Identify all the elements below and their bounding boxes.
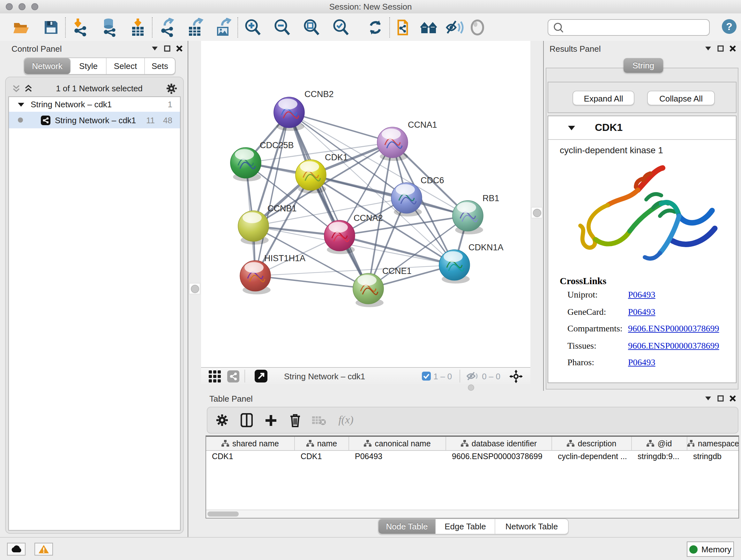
- maximize-panel-icon[interactable]: [718, 45, 724, 52]
- tab-network-table[interactable]: Network Table: [495, 519, 568, 534]
- splitter-grip[interactable]: [191, 285, 199, 293]
- zoom-in-icon[interactable]: [243, 17, 263, 37]
- table-row[interactable]: CDK1CDK1P064939606.ENSP00000378699cyclin…: [206, 451, 738, 463]
- expand-all-icon[interactable]: [24, 84, 32, 92]
- network-row[interactable]: String Network – cdk1 11 48: [9, 112, 180, 128]
- crosslink-link[interactable]: P06493: [628, 287, 656, 304]
- table-cell[interactable]: CDK1: [295, 451, 349, 463]
- hide-selection-icon[interactable]: [444, 17, 465, 37]
- zoom-fit-icon[interactable]: [301, 17, 322, 37]
- node-card-header[interactable]: CDK1: [548, 116, 736, 140]
- table-cell[interactable]: 9606.ENSP00000378699: [446, 451, 552, 463]
- delete-column-icon[interactable]: [285, 411, 305, 430]
- network-node-cdc6[interactable]: CDC6: [391, 176, 444, 216]
- scrollbar-thumb[interactable]: [207, 511, 239, 516]
- network-node-ccna1[interactable]: CCNA1: [377, 120, 437, 161]
- add-column-icon[interactable]: [261, 411, 280, 430]
- warning-status-button[interactable]: [35, 543, 53, 556]
- splitter-grip[interactable]: [533, 208, 541, 217]
- tab-style[interactable]: Style: [71, 58, 107, 74]
- close-panel-icon[interactable]: [730, 395, 736, 401]
- tab-select[interactable]: Select: [107, 58, 145, 74]
- column-header-namespace[interactable]: namespace: [687, 437, 739, 450]
- table-cell[interactable]: P06493: [349, 451, 446, 463]
- float-panel-icon[interactable]: [704, 46, 712, 51]
- gear-icon[interactable]: [166, 83, 177, 94]
- network-from-selection-icon[interactable]: [394, 17, 415, 37]
- cloud-status-button[interactable]: [7, 543, 25, 556]
- help-icon[interactable]: ?: [722, 19, 737, 34]
- collapse-all-icon[interactable]: [12, 84, 20, 92]
- collapse-all-button[interactable]: Collapse All: [647, 91, 715, 105]
- network-node-cdkn1a[interactable]: CDKN1A: [439, 243, 503, 284]
- network-edge[interactable]: [255, 276, 368, 289]
- network-node-cdk1[interactable]: CDK1: [295, 152, 348, 193]
- export-image-icon[interactable]: [213, 17, 233, 37]
- export-table-icon[interactable]: [185, 17, 205, 37]
- node-table[interactable]: shared namenamecanonical namedatabase id…: [205, 435, 739, 518]
- show-columns-icon[interactable]: [237, 411, 256, 430]
- selected-checkbox-icon[interactable]: [422, 372, 431, 381]
- tab-edge-table[interactable]: Edge Table: [436, 519, 495, 534]
- crosslink-link[interactable]: 9606.ENSP00000378699: [628, 320, 719, 337]
- column-header-description[interactable]: description: [552, 437, 632, 450]
- crosslink-link[interactable]: P06493: [628, 354, 656, 371]
- birds-eye-icon[interactable]: [255, 370, 267, 382]
- network-view[interactable]: CCNB2CCNA1CDC25BCDK1CDC6RB1CCNB1CCNA2CDK…: [201, 41, 530, 384]
- import-network-database-icon[interactable]: [99, 17, 119, 37]
- import-network-file-icon[interactable]: [70, 17, 91, 37]
- splitter-grip[interactable]: [468, 384, 474, 391]
- network-edge[interactable]: [255, 112, 289, 276]
- table-cell[interactable]: stringdb:9...: [632, 451, 687, 463]
- network-node-rb1[interactable]: RB1: [453, 193, 499, 234]
- network-edge[interactable]: [255, 265, 455, 276]
- column-header-@id[interactable]: @id: [632, 437, 687, 450]
- column-header-name[interactable]: name: [295, 437, 349, 450]
- right-splitter[interactable]: [530, 41, 543, 384]
- zoom-selected-icon[interactable]: [331, 17, 351, 37]
- float-panel-icon[interactable]: [151, 46, 158, 51]
- refresh-icon[interactable]: [365, 17, 386, 37]
- crosslink-link[interactable]: P06493: [628, 304, 656, 320]
- network-node-ccnb2[interactable]: CCNB2: [274, 89, 334, 131]
- network-collection-row[interactable]: String Network – cdk1 1: [9, 97, 180, 112]
- pan-tool-icon[interactable]: [509, 369, 523, 383]
- network-view-icon[interactable]: [227, 370, 239, 382]
- column-header-canonical-name[interactable]: canonical name: [349, 437, 446, 450]
- network-node-ccne1[interactable]: CCNE1: [353, 266, 412, 307]
- save-session-icon[interactable]: [41, 17, 61, 37]
- column-header-shared-name[interactable]: shared name: [206, 437, 295, 450]
- close-panel-icon[interactable]: [176, 45, 183, 52]
- show-all-icon[interactable]: [467, 17, 488, 37]
- import-table-icon[interactable]: [128, 17, 148, 37]
- open-file-icon[interactable]: [11, 17, 32, 37]
- maximize-panel-icon[interactable]: [164, 45, 171, 52]
- collapse-arrow-icon[interactable]: [568, 125, 575, 131]
- left-splitter[interactable]: [188, 41, 201, 537]
- memory-button[interactable]: Memory: [687, 542, 734, 557]
- network-node-ccnb1[interactable]: CCNB1: [238, 204, 297, 245]
- expand-all-button[interactable]: Expand All: [572, 91, 634, 105]
- table-cell[interactable]: CDK1: [206, 451, 295, 463]
- column-header-database-identifier[interactable]: database identifier: [446, 437, 552, 450]
- tab-network[interactable]: Network: [24, 58, 71, 74]
- maximize-panel-icon[interactable]: [718, 395, 724, 401]
- search-input[interactable]: [566, 23, 709, 32]
- first-neighbors-icon[interactable]: [419, 17, 439, 37]
- table-cell[interactable]: stringdb: [687, 451, 739, 463]
- float-panel-icon[interactable]: [704, 396, 712, 401]
- close-panel-icon[interactable]: [730, 45, 736, 52]
- tab-string[interactable]: String: [623, 58, 663, 73]
- network-edge[interactable]: [289, 112, 393, 142]
- crosslink-link[interactable]: 9606.ENSP00000378699: [628, 337, 719, 354]
- collapse-arrow-icon[interactable]: [18, 102, 24, 107]
- tab-sets[interactable]: Sets: [145, 58, 175, 74]
- horizontal-scrollbar[interactable]: [206, 509, 738, 518]
- table-settings-gear-icon[interactable]: [212, 411, 232, 430]
- zoom-out-icon[interactable]: [272, 17, 292, 37]
- network-canvas[interactable]: CCNB2CCNA1CDC25BCDK1CDC6RB1CCNB1CCNA2CDK…: [201, 41, 530, 367]
- grid-view-icon[interactable]: [209, 370, 221, 382]
- export-network-icon[interactable]: [157, 17, 178, 37]
- table-cell[interactable]: cyclin-dependent ...: [552, 451, 632, 463]
- tab-node-table[interactable]: Node Table: [379, 519, 436, 534]
